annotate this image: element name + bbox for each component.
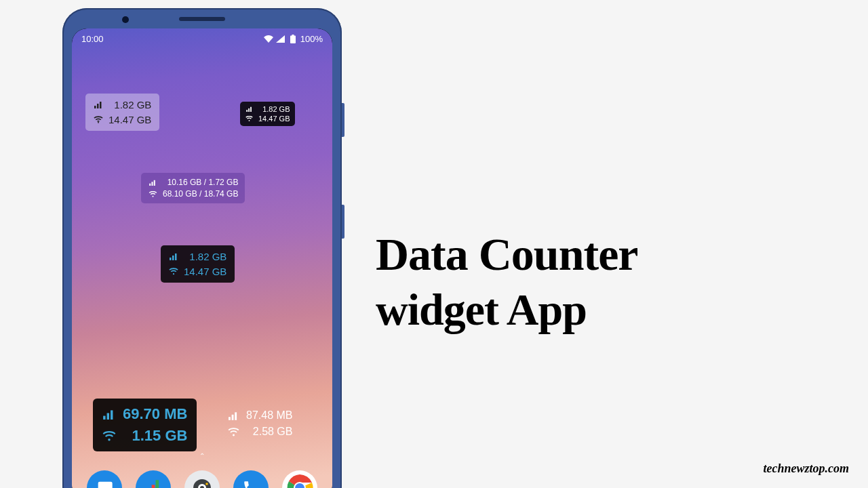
svg-point-13: [152, 195, 153, 197]
battery-percent: 100%: [300, 34, 323, 44]
dock-indicator-icon: ⌃: [199, 452, 205, 460]
svg-rect-2: [94, 106, 96, 108]
svg-rect-4: [100, 102, 102, 108]
svg-rect-23: [231, 414, 233, 420]
svg-rect-14: [170, 258, 172, 260]
svg-rect-11: [151, 182, 153, 186]
camera-app-icon[interactable]: [184, 470, 220, 488]
phone-speaker: [179, 17, 225, 21]
cell-value: 10.16 GB / 1.72 GB: [163, 178, 238, 187]
wifi-value: 14.47 GB: [184, 266, 226, 277]
cell-signal-icon: [148, 180, 157, 186]
svg-rect-7: [248, 108, 250, 112]
heading-line-2: widget App: [376, 285, 638, 335]
wifi-value: 14.47 GB: [258, 115, 290, 123]
phone-screen-bezel: 10:00 100%: [72, 28, 332, 488]
status-time: 10:00: [81, 34, 104, 44]
svg-rect-8: [250, 107, 252, 112]
cell-signal-icon: [227, 411, 239, 420]
cell-value: 1.82 GB: [108, 99, 151, 110]
wifi-icon: [94, 116, 103, 123]
heading-line-1: Data Counter: [376, 229, 638, 280]
cell-value: 87.48 MB: [246, 409, 292, 422]
wifi-icon: [245, 116, 253, 121]
wifi-value: 2.58 GB: [246, 426, 292, 438]
watermark: technewztop.com: [764, 462, 850, 476]
data-widget-purple[interactable]: 10.16 GB / 1.72 GB 68.10 GB / 18.74 GB: [141, 173, 245, 203]
svg-point-21: [108, 439, 110, 441]
phone-frame: 10:00 100%: [62, 8, 342, 488]
wifi-icon: [227, 428, 239, 436]
status-right: 100%: [264, 34, 323, 44]
svg-rect-10: [149, 183, 151, 185]
phone-app-icon[interactable]: [233, 470, 269, 488]
front-camera: [122, 16, 129, 23]
wifi-value: 68.10 GB / 18.74 GB: [163, 189, 238, 199]
svg-point-5: [98, 122, 99, 123]
files-app-icon[interactable]: [136, 470, 171, 488]
wifi-icon: [148, 191, 157, 197]
chrome-app-icon[interactable]: [282, 470, 317, 488]
cell-signal-icon: [276, 35, 285, 43]
svg-rect-28: [156, 480, 159, 488]
svg-rect-0: [290, 36, 296, 44]
svg-rect-1: [292, 35, 294, 36]
side-button-top: [342, 103, 344, 137]
cell-signal-icon: [102, 409, 116, 420]
svg-point-9: [249, 120, 250, 121]
svg-rect-20: [111, 410, 113, 420]
dock: [72, 470, 332, 488]
svg-rect-15: [172, 256, 174, 260]
status-bar: 10:00 100%: [72, 28, 332, 47]
svg-rect-22: [229, 417, 231, 420]
data-widget-dark-small[interactable]: 1.82 GB 14.47 GB: [240, 102, 295, 126]
cell-value: 1.82 GB: [258, 105, 290, 113]
wifi-value: 1.15 GB: [123, 427, 187, 445]
data-widget-transparent[interactable]: 87.48 MB 2.58 GB: [220, 405, 299, 442]
svg-rect-27: [152, 485, 155, 488]
cell-value: 1.82 GB: [184, 251, 226, 262]
svg-rect-12: [153, 180, 155, 185]
svg-point-17: [173, 273, 174, 274]
data-widget-dark-blue[interactable]: 1.82 GB 14.47 GB: [161, 245, 235, 283]
side-button-bottom: [342, 205, 344, 239]
svg-rect-6: [246, 110, 248, 112]
battery-icon: [288, 35, 298, 43]
phone-screen[interactable]: 10:00 100%: [72, 28, 332, 488]
messages-app-icon[interactable]: [87, 470, 122, 488]
svg-point-25: [233, 434, 235, 436]
svg-rect-16: [175, 253, 177, 260]
data-widget-big-blue[interactable]: 69.70 MB 1.15 GB: [93, 399, 197, 451]
svg-rect-18: [103, 415, 105, 419]
wifi-value: 14.47 GB: [108, 114, 151, 125]
cell-signal-icon: [245, 106, 253, 112]
wifi-icon: [264, 35, 273, 43]
wifi-icon: [169, 268, 178, 275]
data-widget-light[interactable]: 1.82 GB 14.47 GB: [85, 94, 159, 131]
cell-value: 69.70 MB: [123, 405, 187, 423]
svg-rect-19: [107, 413, 109, 420]
svg-point-32: [205, 483, 208, 485]
svg-rect-3: [97, 104, 99, 108]
cell-signal-icon: [94, 101, 103, 108]
cell-signal-icon: [169, 253, 178, 260]
wifi-icon: [102, 431, 116, 441]
heading: Data Counter widget App: [376, 229, 638, 334]
svg-rect-24: [235, 412, 237, 420]
